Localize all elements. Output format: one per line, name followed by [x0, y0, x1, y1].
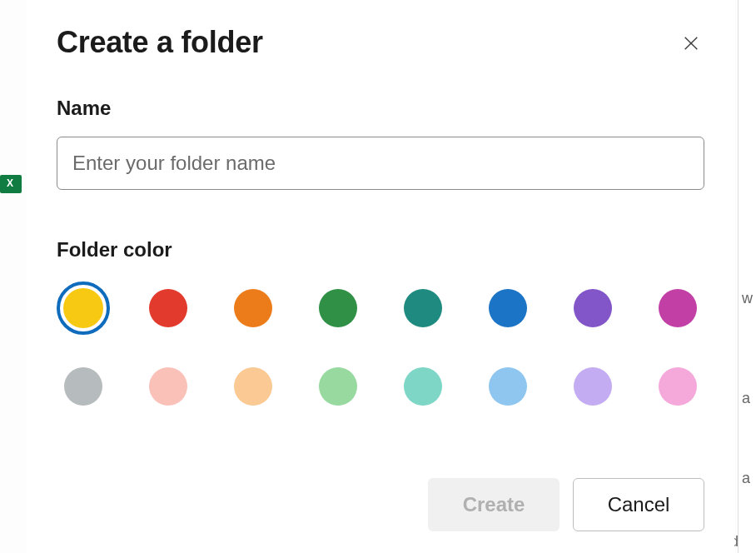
create-button[interactable]: Create	[428, 478, 560, 531]
swatch-circle	[659, 289, 697, 327]
swatch-circle	[404, 289, 442, 327]
folder-name-input[interactable]	[57, 137, 704, 190]
background-right-strip: w a a d	[738, 0, 756, 553]
selected-ring	[57, 281, 110, 335]
color-swatch-light-green[interactable]	[311, 361, 365, 411]
color-grid	[57, 283, 704, 411]
color-swatch-purple[interactable]	[566, 283, 619, 333]
swatch-circle	[489, 367, 527, 406]
dialog-title: Create a folder	[57, 25, 263, 60]
swatch-circle	[234, 289, 272, 327]
color-swatch-green[interactable]	[311, 283, 365, 333]
swatch-circle	[63, 288, 103, 328]
color-swatch-blue[interactable]	[481, 283, 535, 333]
swatch-circle	[574, 289, 612, 327]
color-swatch-red[interactable]	[142, 283, 195, 333]
name-field-group: Name	[57, 97, 704, 190]
swatch-circle	[234, 367, 272, 406]
swatch-circle	[574, 367, 612, 406]
swatch-circle	[319, 367, 357, 406]
color-swatch-light-purple[interactable]	[566, 361, 619, 411]
close-button[interactable]	[678, 30, 704, 57]
dialog-header: Create a folder	[57, 25, 704, 60]
color-swatch-yellow[interactable]	[57, 283, 110, 333]
background-excel-icon	[0, 175, 22, 193]
color-swatch-grey[interactable]	[57, 361, 110, 411]
color-swatch-magenta[interactable]	[651, 283, 704, 333]
cancel-button[interactable]: Cancel	[573, 478, 704, 531]
color-swatch-teal[interactable]	[396, 283, 450, 333]
swatch-circle	[404, 367, 442, 406]
swatch-circle	[64, 367, 102, 406]
swatch-circle	[149, 289, 187, 327]
color-swatch-light-teal[interactable]	[396, 361, 450, 411]
dialog-footer: Create Cancel	[428, 478, 704, 531]
swatch-circle	[319, 289, 357, 327]
swatch-circle	[659, 367, 697, 406]
color-swatch-light-orange[interactable]	[226, 361, 280, 411]
name-label: Name	[57, 97, 704, 120]
close-icon	[682, 34, 700, 52]
color-label: Folder color	[57, 238, 704, 262]
color-swatch-light-pink[interactable]	[651, 361, 704, 411]
color-swatch-light-red[interactable]	[142, 361, 195, 411]
color-field-group: Folder color	[57, 238, 704, 411]
color-swatch-orange[interactable]	[226, 283, 280, 333]
swatch-circle	[489, 289, 527, 327]
swatch-circle	[149, 367, 187, 406]
color-swatch-light-blue[interactable]	[481, 361, 535, 411]
create-folder-dialog: Create a folder Name Folder color Create…	[27, 0, 734, 553]
